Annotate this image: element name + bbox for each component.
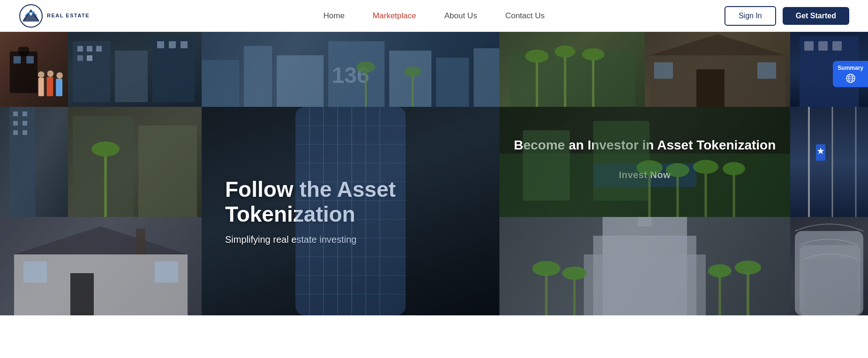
svg-rect-27 [389, 51, 431, 107]
navbar-actions: Sign In Get Started [725, 6, 849, 26]
logo-text: REAL ESTATE [47, 13, 90, 19]
nav-marketplace[interactable]: Marketplace [373, 11, 416, 21]
svg-marker-42 [649, 34, 785, 55]
park-building [499, 107, 790, 217]
svg-rect-47 [804, 41, 814, 51]
summary-button[interactable]: Summary [833, 61, 868, 87]
svg-rect-20 [157, 41, 164, 48]
navbar: REAL ESTATE Home Marketplace About Us Co… [0, 0, 868, 32]
svg-rect-97 [23, 261, 47, 283]
summary-label: Summary [838, 65, 863, 71]
svg-rect-16 [87, 46, 92, 52]
svg-point-31 [356, 61, 375, 73]
svg-point-88 [723, 162, 745, 175]
svg-rect-17 [96, 46, 102, 52]
hero-section: 136 [0, 32, 868, 315]
svg-rect-99 [136, 229, 145, 254]
grid-cell-2 [68, 32, 202, 107]
grid-cell-5 [645, 32, 790, 107]
svg-point-6 [38, 71, 45, 78]
svg-rect-79 [523, 130, 570, 201]
svg-point-10 [56, 72, 63, 79]
svg-rect-104 [584, 254, 706, 315]
svg-rect-51 [13, 112, 18, 116]
svg-rect-57 [73, 116, 134, 217]
nav-home[interactable]: Home [324, 11, 345, 21]
svg-rect-18 [77, 55, 83, 61]
svg-point-86 [693, 160, 718, 174]
svg-rect-53 [13, 121, 18, 126]
deco-building [499, 217, 790, 315]
tropical-building [499, 32, 645, 107]
grid-cell-12 [0, 217, 202, 315]
svg-point-106 [532, 261, 560, 276]
svg-rect-25 [277, 55, 324, 107]
svg-rect-26 [328, 41, 385, 107]
grid-cell-11 [790, 107, 868, 217]
grid-cell-8 [68, 107, 202, 217]
main-nav: Home Marketplace About Us Contact Us [324, 11, 545, 21]
svg-rect-56 [23, 130, 27, 135]
signin-button[interactable]: Sign In [725, 6, 776, 26]
svg-rect-11 [56, 79, 62, 96]
svg-rect-19 [87, 55, 92, 61]
grid-cell-3: 136 [202, 32, 499, 107]
office-building [68, 107, 202, 217]
grid-cell-1 [0, 32, 68, 107]
svg-point-60 [91, 142, 120, 157]
svg-rect-43 [696, 69, 725, 107]
svg-rect-45 [757, 62, 776, 79]
nav-about[interactable]: About Us [444, 11, 477, 21]
house-building [645, 32, 790, 107]
svg-rect-54 [23, 121, 27, 126]
svg-point-8 [47, 70, 54, 77]
getstarted-button[interactable]: Get Started [783, 7, 849, 25]
svg-rect-29 [474, 48, 499, 107]
svg-point-112 [735, 261, 761, 275]
svg-rect-21 [169, 41, 176, 48]
svg-point-82 [636, 160, 663, 175]
svg-rect-48 [818, 41, 828, 51]
logo: REAL ESTATE [19, 4, 90, 28]
building-2 [68, 32, 202, 107]
grid-cell-7 [0, 107, 68, 217]
grid-cell-investor: Become an Investor in Asset Tokenization… [499, 107, 790, 217]
flag-pole-building [790, 107, 868, 217]
svg-point-33 [404, 67, 421, 77]
svg-rect-44 [654, 62, 673, 79]
globe-icon [845, 73, 856, 83]
grid-cell-13 [499, 217, 790, 315]
svg-rect-101 [638, 217, 652, 226]
svg-rect-24 [244, 46, 272, 107]
curved-building [790, 217, 868, 315]
svg-rect-115 [804, 259, 858, 315]
grid-cell-14 [790, 217, 868, 315]
people-silhouette [0, 47, 68, 107]
svg-rect-61 [295, 107, 406, 315]
svg-rect-98 [155, 261, 178, 283]
svg-rect-49 [832, 41, 842, 51]
svg-rect-7 [38, 78, 44, 96]
svg-rect-58 [138, 126, 197, 217]
svg-rect-28 [436, 58, 469, 107]
svg-rect-52 [23, 112, 27, 116]
svg-rect-4 [14, 56, 21, 64]
svg-rect-96 [70, 273, 94, 315]
svg-rect-9 [47, 77, 53, 96]
nav-contact[interactable]: Contact Us [505, 11, 544, 21]
logo-icon [19, 4, 43, 28]
svg-rect-13 [115, 51, 148, 102]
grid-cell-4 [499, 32, 645, 107]
svg-point-36 [525, 50, 549, 63]
white-house [0, 217, 202, 315]
grid-cell-hero: Follow the Asset Tokenization Simplifyin… [202, 107, 499, 315]
svg-rect-80 [593, 121, 649, 201]
svg-rect-5 [26, 56, 34, 64]
svg-point-40 [582, 48, 604, 60]
svg-rect-15 [77, 46, 83, 52]
city-buildings [202, 32, 499, 107]
svg-rect-55 [13, 130, 18, 135]
svg-point-110 [708, 264, 732, 277]
svg-rect-22 [181, 41, 188, 48]
svg-point-84 [666, 163, 689, 177]
